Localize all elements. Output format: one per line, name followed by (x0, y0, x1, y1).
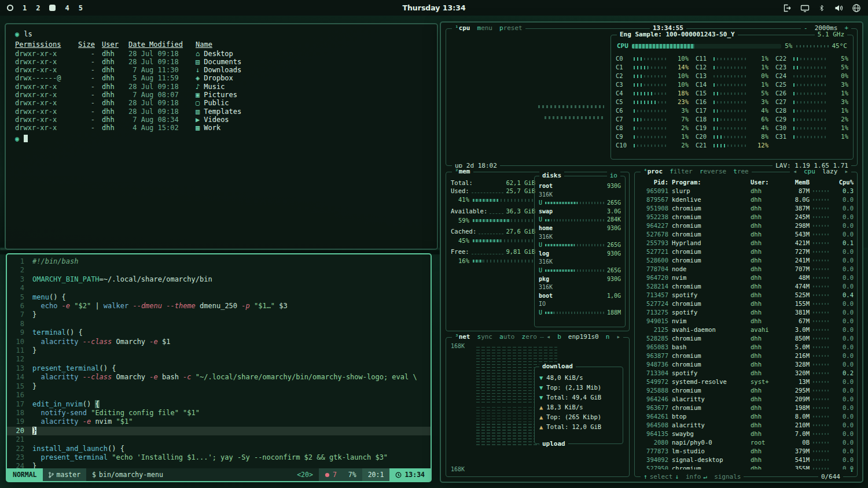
process-row[interactable]: 964135swaybgdhh7.0M0.0 (638, 430, 854, 438)
net-prev-icon[interactable]: ◂ (547, 333, 551, 341)
proc-header-cpu[interactable]: Cpu% (834, 178, 854, 187)
process-row[interactable]: 2125avahi-daemonavahi3.0M0.0 (638, 326, 854, 334)
code-line[interactable]: 13present_terminal() { (7, 364, 431, 373)
process-row[interactable]: 777873lm-studiodhh379M0.0 (638, 447, 854, 456)
code-lines[interactable]: 1#!/bin/bash23OMARCHY_BIN_PATH=~/.local/… (7, 254, 431, 468)
code-line[interactable]: 20} (7, 427, 431, 435)
net-sync-button[interactable]: sync (477, 333, 493, 341)
code-line[interactable]: 7} (7, 310, 431, 319)
cpu-graph-trace (545, 116, 604, 119)
process-row[interactable]: 948736chromiumdhh328M0.0 (638, 360, 854, 369)
select-label[interactable]: select (650, 473, 673, 481)
proc-header-user[interactable]: User: (751, 178, 777, 187)
process-cpu: 0.0 (834, 421, 854, 430)
net-zero-button[interactable]: zero (522, 333, 538, 341)
code-line[interactable]: 16 (7, 391, 431, 400)
proc-sort-switcher[interactable]: ◂ cpu lazy ▸ (790, 168, 851, 176)
select-up-icon[interactable]: ↑ (643, 473, 648, 481)
proc-scroll-down-icon[interactable]: ↓ (849, 466, 854, 474)
globe-icon[interactable] (852, 3, 861, 13)
process-row[interactable]: 963677chromiumdhh198M0.0 (638, 404, 854, 412)
code-line[interactable]: 8 (7, 320, 431, 328)
process-row[interactable]: 528600chromiumdhh241M0.0 (638, 256, 854, 265)
process-row[interactable]: 963877chromiumdhh216M0.0 (638, 352, 854, 360)
process-row[interactable]: 949015nvimdhh67M0.0 (638, 317, 854, 326)
prompt-input-line[interactable]: ◉ (15, 135, 428, 143)
code-line[interactable]: 23 present_terminal "echo 'Installing $1… (7, 453, 431, 462)
interval-decrease-button[interactable]: - (804, 24, 808, 32)
process-row[interactable]: 527721chromiumdhh727M0.0 (638, 247, 854, 256)
process-row[interactable]: 925888chromiumdhh295M0.0 (638, 386, 854, 395)
process-row[interactable]: 879567kdenlivedhh8.0G0.0 (638, 195, 854, 204)
bluetooth-icon[interactable] (818, 3, 825, 13)
process-row[interactable]: 527678chromiumdhh543M0.0 (638, 230, 854, 239)
code-line[interactable]: 18 notify-send "Editing config file" "$1… (7, 409, 431, 417)
volume-icon[interactable] (834, 3, 843, 13)
process-row[interactable]: 964508alacrittydhh210M0.0 (638, 421, 854, 430)
process-row[interactable]: 713457spotifydhh525M0.4 (638, 291, 854, 300)
code-line[interactable]: 3OMARCHY_BIN_PATH=~/.local/share/omarchy… (7, 275, 431, 284)
process-row[interactable]: 952238chromiumdhh245M0.0 (638, 213, 854, 221)
code-line[interactable]: 17edit_in_nvim() { (7, 400, 431, 409)
process-row[interactable]: 527724chromiumdhh155M0.0 (638, 300, 854, 308)
code-line[interactable]: 11} (7, 346, 431, 355)
workspace-2[interactable]: 2 (36, 4, 40, 12)
proc-header-memb[interactable]: MemB (781, 178, 810, 187)
net-auto-button[interactable]: auto (499, 333, 515, 341)
process-row[interactable]: 965083bashdhh5.0M0.0 (638, 343, 854, 352)
process-row[interactable]: 964261btopdhh8.0M0.0 (638, 412, 854, 421)
code-line[interactable]: 9terminal() { (7, 328, 431, 337)
code-line[interactable]: 4 (7, 284, 431, 293)
process-row[interactable]: 965091slurpdhh87M0.3 (638, 187, 854, 195)
code-line[interactable]: 15} (7, 382, 431, 391)
process-row[interactable]: 713304spotifydhh320M0.2 (638, 369, 854, 378)
proc-tree-button[interactable]: tree (733, 168, 749, 176)
sort-prev-icon[interactable]: ◂ (793, 168, 797, 176)
workspace-active-ring-icon[interactable] (7, 5, 13, 11)
process-row[interactable]: 528285chromiumdhh850M0.0 (638, 334, 854, 343)
process-row[interactable]: 951908chromiumdhh387M0.0 (638, 204, 854, 213)
workspace-4[interactable]: 4 (65, 4, 69, 12)
process-row[interactable]: 713275spotifydhh381M0.0 (638, 308, 854, 317)
code-line[interactable]: 22install_and_launch() { (7, 445, 431, 453)
io-toggle[interactable]: io (607, 172, 620, 180)
proc-reverse-button[interactable]: reverse (700, 168, 726, 176)
code-line[interactable]: 14 alacritty --class Omarchy -e bash -c … (7, 373, 431, 382)
process-cpu: 0.0 (834, 456, 854, 464)
code-line[interactable]: 24} (7, 462, 431, 468)
proc-header-program[interactable]: Program: (672, 178, 747, 187)
process-row[interactable]: 778704nodedhh707M0.0 (638, 265, 854, 273)
workspace-occupied-icon[interactable] (49, 5, 56, 11)
process-row[interactable]: 527950chromiumdhh355M0.0 (638, 464, 854, 469)
code-line[interactable]: 10 alacritty --class Omarchy -e $1 (7, 338, 431, 346)
code-line[interactable]: 19 alacritty -e nvim "$1" (7, 417, 431, 426)
process-row[interactable]: 2080napi/phy0-0root0B0.0 (638, 438, 854, 447)
code-line[interactable]: 12 (7, 355, 431, 364)
proc-header-pid[interactable]: Pid: (638, 178, 668, 187)
line-number: 9 (7, 328, 24, 337)
proc-filter-button[interactable]: filter (670, 168, 693, 176)
code-line[interactable]: 2 (7, 266, 431, 275)
code-line[interactable]: 21 (7, 435, 431, 444)
workspace-5[interactable]: 5 (79, 4, 83, 12)
code-line[interactable]: 1#!/bin/bash (7, 257, 431, 266)
process-row[interactable]: 964246alacrittydhh209M0.0 (638, 395, 854, 404)
workspace-1[interactable]: 1 (23, 4, 27, 12)
process-row[interactable]: 528214chromiumdhh474M0.0 (638, 282, 854, 291)
display-icon[interactable] (800, 3, 810, 13)
process-row[interactable]: 549972systemd-resolvesyst+13M0.0 (638, 378, 854, 386)
process-row[interactable]: 964720nvimdhh48M0.0 (638, 273, 854, 282)
select-down-icon[interactable]: ↓ (675, 473, 679, 481)
process-name: node (672, 265, 747, 273)
net-next-icon[interactable]: ▸ (616, 333, 620, 341)
logout-icon[interactable] (782, 3, 792, 13)
code-line[interactable]: 5menu() { (7, 293, 431, 302)
sort-next-icon[interactable]: ▸ (844, 168, 848, 176)
process-row[interactable]: 964227chromiumdhh298M0.0 (638, 221, 854, 230)
code-line[interactable]: 6 echo -e "$2" | walker --dmenu --theme … (7, 302, 431, 310)
process-row[interactable]: 394092signal-desktopdhh541M0.0 (638, 456, 854, 464)
net-interface-switcher[interactable]: ◂ b enp191s0 n ▸ (544, 333, 623, 341)
process-row[interactable]: 255793Hyprlanddhh421M0.1 (638, 239, 854, 247)
signals-button[interactable]: signals (714, 473, 741, 481)
info-button[interactable]: info (686, 473, 701, 481)
